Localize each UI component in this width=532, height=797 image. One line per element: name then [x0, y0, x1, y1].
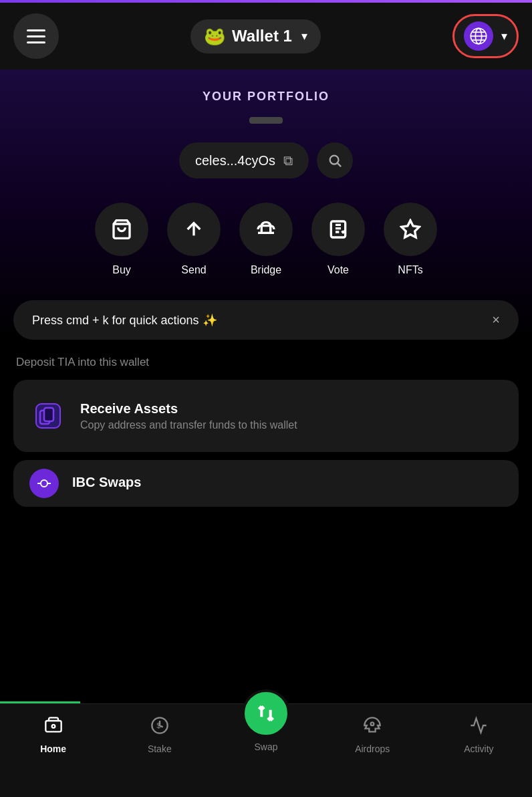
nfts-action[interactable]: NFTs	[384, 203, 437, 276]
wallet-selector-button[interactable]: 🐸 Wallet 1 ▾	[190, 19, 321, 53]
svg-point-12	[41, 480, 47, 487]
copy-icon: ⧉	[283, 153, 293, 168]
header: 🐸 Wallet 1 ▾ ▾	[0, 3, 532, 70]
buy-icon-circle	[95, 203, 148, 256]
quick-actions-banner: Press cmd + k for quick actions ✨ ×	[13, 300, 519, 340]
stake-label: Stake	[148, 744, 172, 754]
svg-text:$: $	[156, 721, 161, 729]
svg-rect-13	[45, 721, 61, 731]
vote-label: Vote	[327, 264, 349, 276]
vote-icon-circle	[311, 203, 365, 256]
swap-circle-button[interactable]	[242, 689, 290, 737]
menu-button[interactable]	[13, 13, 59, 59]
buy-label: Buy	[112, 264, 131, 276]
nfts-label: NFTs	[398, 264, 422, 276]
stake-icon: $	[150, 716, 169, 739]
network-chevron-icon: ▾	[501, 29, 507, 43]
action-buttons: Buy Send Bridge	[13, 203, 519, 276]
ibc-title: IBC Swaps	[72, 475, 141, 490]
activity-icon	[469, 716, 488, 739]
bridge-label: Bridge	[251, 264, 281, 276]
home-icon	[44, 716, 63, 739]
nav-home[interactable]: Home	[0, 716, 106, 754]
main-content: YOUR PORTFOLIO celes...4cyOs ⧉	[0, 70, 532, 520]
nav-stake[interactable]: $ Stake	[106, 716, 213, 754]
bridge-icon-circle	[239, 203, 293, 256]
network-icon	[464, 21, 493, 51]
vote-action[interactable]: Vote	[311, 203, 365, 276]
chevron-down-icon: ▾	[301, 29, 307, 43]
airdrops-icon	[363, 716, 382, 739]
receive-assets-icon	[29, 397, 67, 435]
quick-actions-text: Press cmd + k for quick actions ✨	[32, 313, 217, 328]
send-label: Send	[181, 264, 206, 276]
ibc-content: IBC Swaps	[72, 475, 141, 493]
svg-point-3	[330, 156, 339, 164]
nav-activity[interactable]: Activity	[426, 716, 532, 754]
network-selector-button[interactable]: ▾	[452, 14, 519, 58]
svg-line-4	[338, 163, 341, 166]
address-row: celes...4cyOs ⧉	[13, 142, 519, 179]
ibc-swaps-card[interactable]: IBC Swaps	[13, 460, 519, 507]
deposit-hint: Deposit TIA into this wallet	[13, 356, 519, 369]
bottom-nav: Home $ Stake Swap Airdrops	[0, 703, 532, 797]
nav-swap[interactable]: Swap	[213, 689, 319, 752]
receive-assets-card[interactable]: Receive Assets Copy address and transfer…	[13, 380, 519, 452]
search-button[interactable]	[317, 142, 353, 179]
receive-assets-title: Receive Assets	[80, 401, 297, 417]
svg-point-14	[51, 725, 55, 728]
receive-assets-content: Receive Assets Copy address and transfer…	[80, 401, 297, 431]
send-icon-circle	[167, 203, 221, 256]
send-action[interactable]: Send	[167, 203, 221, 276]
wallet-emoji: 🐸	[204, 26, 225, 47]
portfolio-title: YOUR PORTFOLIO	[13, 90, 519, 104]
airdrops-label: Airdrops	[355, 744, 390, 754]
address-pill[interactable]: celes...4cyOs ⧉	[179, 142, 309, 179]
svg-point-17	[371, 722, 374, 725]
bridge-action[interactable]: Bridge	[239, 203, 293, 276]
home-label: Home	[40, 744, 66, 754]
balance-hidden	[249, 117, 283, 124]
address-text: celes...4cyOs	[195, 153, 275, 168]
ibc-icon	[29, 469, 59, 498]
balance-bar	[13, 117, 519, 124]
hamburger-icon	[27, 29, 45, 43]
svg-marker-8	[402, 221, 420, 237]
activity-label: Activity	[464, 744, 493, 754]
receive-assets-desc: Copy address and transfer funds to this …	[80, 419, 297, 431]
close-banner-button[interactable]: ×	[492, 312, 500, 328]
wallet-name-label: Wallet 1	[232, 27, 292, 45]
swap-label: Swap	[254, 742, 277, 752]
nav-airdrops[interactable]: Airdrops	[319, 716, 426, 754]
svg-rect-11	[44, 408, 53, 421]
nfts-icon-circle	[384, 203, 437, 256]
buy-action[interactable]: Buy	[95, 203, 148, 276]
